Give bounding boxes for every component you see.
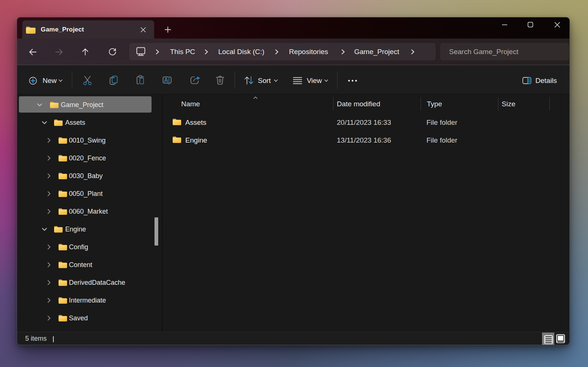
svg-text:A: A xyxy=(164,77,169,83)
